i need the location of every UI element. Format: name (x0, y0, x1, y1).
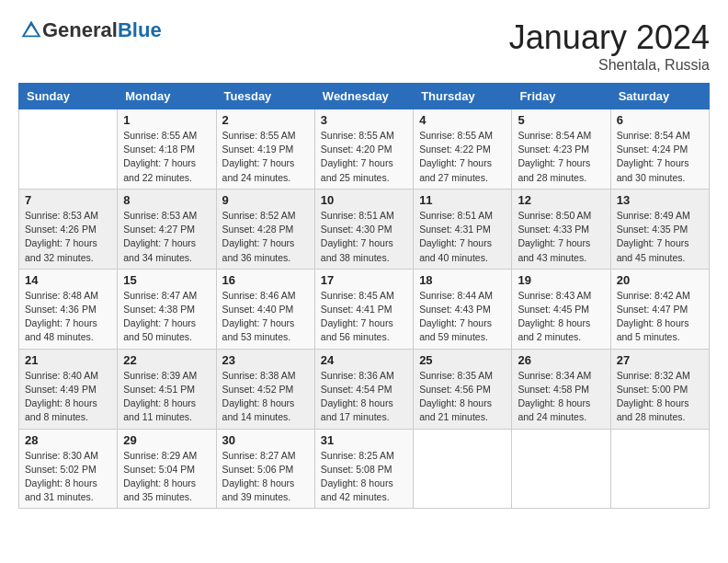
day-info: Sunrise: 8:43 AMSunset: 4:45 PMDaylight:… (518, 289, 604, 345)
week-row-4: 21Sunrise: 8:40 AMSunset: 4:49 PMDayligh… (19, 349, 710, 429)
logo-blue: Blue (118, 18, 162, 41)
day-info: Sunrise: 8:55 AMSunset: 4:22 PMDaylight:… (419, 129, 506, 185)
day-info: Sunrise: 8:53 AMSunset: 4:26 PMDaylight:… (25, 209, 111, 265)
day-number: 6 (617, 113, 703, 127)
day-number: 23 (222, 353, 309, 367)
title-block: January 2024 Shentala, Russia (509, 18, 710, 74)
day-info: Sunrise: 8:27 AMSunset: 5:06 PMDaylight:… (222, 449, 309, 505)
calendar-cell: 31Sunrise: 8:25 AMSunset: 5:08 PMDayligh… (314, 429, 413, 509)
day-number: 16 (222, 273, 309, 287)
day-info: Sunrise: 8:55 AMSunset: 4:19 PMDaylight:… (222, 129, 309, 185)
day-info: Sunrise: 8:38 AMSunset: 4:52 PMDaylight:… (222, 369, 309, 425)
day-info: Sunrise: 8:47 AMSunset: 4:38 PMDaylight:… (123, 289, 210, 345)
day-info: Sunrise: 8:44 AMSunset: 4:43 PMDaylight:… (419, 289, 506, 345)
day-info: Sunrise: 8:49 AMSunset: 4:35 PMDaylight:… (617, 209, 703, 265)
day-info: Sunrise: 8:34 AMSunset: 4:58 PMDaylight:… (518, 369, 604, 425)
day-info: Sunrise: 8:30 AMSunset: 5:02 PMDaylight:… (25, 449, 111, 505)
day-info: Sunrise: 8:55 AMSunset: 4:18 PMDaylight:… (123, 129, 210, 185)
calendar-cell: 5Sunrise: 8:54 AMSunset: 4:23 PMDaylight… (512, 109, 610, 190)
day-number: 8 (123, 193, 210, 207)
location-title: Shentala, Russia (509, 57, 710, 74)
day-number: 30 (222, 433, 309, 447)
day-number: 14 (25, 273, 111, 287)
calendar-cell: 3Sunrise: 8:55 AMSunset: 4:20 PMDaylight… (314, 109, 413, 190)
day-number: 4 (419, 113, 506, 127)
week-row-3: 14Sunrise: 8:48 AMSunset: 4:36 PMDayligh… (19, 269, 710, 349)
calendar-cell: 8Sunrise: 8:53 AMSunset: 4:27 PMDaylight… (118, 189, 216, 269)
logo: GeneralBlue (18, 18, 162, 42)
week-row-1: 1Sunrise: 8:55 AMSunset: 4:18 PMDaylight… (19, 109, 710, 190)
day-number: 20 (617, 273, 703, 287)
day-info: Sunrise: 8:51 AMSunset: 4:30 PMDaylight:… (321, 209, 407, 265)
calendar-cell: 2Sunrise: 8:55 AMSunset: 4:19 PMDaylight… (216, 109, 314, 190)
calendar-cell: 15Sunrise: 8:47 AMSunset: 4:38 PMDayligh… (118, 269, 216, 349)
calendar-cell: 22Sunrise: 8:39 AMSunset: 4:51 PMDayligh… (118, 349, 216, 429)
logo-general: General (42, 18, 118, 41)
week-row-5: 28Sunrise: 8:30 AMSunset: 5:02 PMDayligh… (19, 429, 710, 509)
day-number: 3 (321, 113, 407, 127)
day-number: 19 (518, 273, 604, 287)
calendar-cell (512, 429, 610, 509)
day-number: 17 (321, 273, 407, 287)
week-row-2: 7Sunrise: 8:53 AMSunset: 4:26 PMDaylight… (19, 189, 710, 269)
day-info: Sunrise: 8:29 AMSunset: 5:04 PMDaylight:… (123, 449, 210, 505)
calendar-cell: 26Sunrise: 8:34 AMSunset: 4:58 PMDayligh… (512, 349, 610, 429)
calendar-cell: 21Sunrise: 8:40 AMSunset: 4:49 PMDayligh… (19, 349, 118, 429)
day-info: Sunrise: 8:53 AMSunset: 4:27 PMDaylight:… (123, 209, 210, 265)
day-info: Sunrise: 8:42 AMSunset: 4:47 PMDaylight:… (617, 289, 703, 345)
weekday-header-friday: Friday (512, 84, 610, 109)
calendar-cell: 6Sunrise: 8:54 AMSunset: 4:24 PMDaylight… (610, 109, 709, 190)
day-number: 24 (321, 353, 407, 367)
day-number: 31 (321, 433, 407, 447)
day-number: 22 (123, 353, 210, 367)
calendar-cell: 13Sunrise: 8:49 AMSunset: 4:35 PMDayligh… (610, 189, 709, 269)
weekday-header-tuesday: Tuesday (216, 84, 314, 109)
day-number: 9 (222, 193, 309, 207)
day-number: 15 (123, 273, 210, 287)
day-number: 1 (123, 113, 210, 127)
day-info: Sunrise: 8:32 AMSunset: 5:00 PMDaylight:… (617, 369, 703, 425)
calendar-cell: 27Sunrise: 8:32 AMSunset: 5:00 PMDayligh… (610, 349, 709, 429)
day-info: Sunrise: 8:40 AMSunset: 4:49 PMDaylight:… (25, 369, 111, 425)
day-number: 11 (419, 193, 506, 207)
day-info: Sunrise: 8:36 AMSunset: 4:54 PMDaylight:… (321, 369, 407, 425)
calendar-cell: 17Sunrise: 8:45 AMSunset: 4:41 PMDayligh… (314, 269, 413, 349)
day-number: 13 (617, 193, 703, 207)
day-number: 10 (321, 193, 407, 207)
calendar-cell (414, 429, 512, 509)
calendar-cell: 19Sunrise: 8:43 AMSunset: 4:45 PMDayligh… (512, 269, 610, 349)
day-number: 27 (617, 353, 703, 367)
calendar-cell: 20Sunrise: 8:42 AMSunset: 4:47 PMDayligh… (610, 269, 709, 349)
day-number: 7 (25, 193, 111, 207)
day-info: Sunrise: 8:51 AMSunset: 4:31 PMDaylight:… (419, 209, 506, 265)
weekday-header-thursday: Thursday (414, 84, 512, 109)
calendar-cell: 29Sunrise: 8:29 AMSunset: 5:04 PMDayligh… (118, 429, 216, 509)
calendar-cell (19, 109, 118, 190)
calendar-cell: 1Sunrise: 8:55 AMSunset: 4:18 PMDaylight… (118, 109, 216, 190)
day-info: Sunrise: 8:45 AMSunset: 4:41 PMDaylight:… (321, 289, 407, 345)
calendar-cell: 9Sunrise: 8:52 AMSunset: 4:28 PMDaylight… (216, 189, 314, 269)
day-info: Sunrise: 8:54 AMSunset: 4:24 PMDaylight:… (617, 129, 703, 185)
day-number: 21 (25, 353, 111, 367)
page-header: GeneralBlue January 2024 Shentala, Russi… (18, 18, 710, 74)
calendar-cell: 30Sunrise: 8:27 AMSunset: 5:06 PMDayligh… (216, 429, 314, 509)
month-title: January 2024 (509, 18, 710, 57)
calendar-cell: 28Sunrise: 8:30 AMSunset: 5:02 PMDayligh… (19, 429, 118, 509)
day-number: 25 (419, 353, 506, 367)
day-info: Sunrise: 8:48 AMSunset: 4:36 PMDaylight:… (25, 289, 111, 345)
day-info: Sunrise: 8:50 AMSunset: 4:33 PMDaylight:… (518, 209, 604, 265)
weekday-header-row: SundayMondayTuesdayWednesdayThursdayFrid… (19, 84, 710, 109)
calendar-cell: 16Sunrise: 8:46 AMSunset: 4:40 PMDayligh… (216, 269, 314, 349)
day-info: Sunrise: 8:55 AMSunset: 4:20 PMDaylight:… (321, 129, 407, 185)
weekday-header-monday: Monday (118, 84, 216, 109)
day-info: Sunrise: 8:54 AMSunset: 4:23 PMDaylight:… (518, 129, 604, 185)
calendar-cell: 10Sunrise: 8:51 AMSunset: 4:30 PMDayligh… (314, 189, 413, 269)
calendar-cell: 18Sunrise: 8:44 AMSunset: 4:43 PMDayligh… (414, 269, 512, 349)
calendar-cell: 14Sunrise: 8:48 AMSunset: 4:36 PMDayligh… (19, 269, 118, 349)
day-number: 18 (419, 273, 506, 287)
day-number: 28 (25, 433, 111, 447)
logo-icon (20, 19, 42, 41)
calendar-cell: 24Sunrise: 8:36 AMSunset: 4:54 PMDayligh… (314, 349, 413, 429)
day-info: Sunrise: 8:52 AMSunset: 4:28 PMDaylight:… (222, 209, 309, 265)
calendar-cell: 25Sunrise: 8:35 AMSunset: 4:56 PMDayligh… (414, 349, 512, 429)
